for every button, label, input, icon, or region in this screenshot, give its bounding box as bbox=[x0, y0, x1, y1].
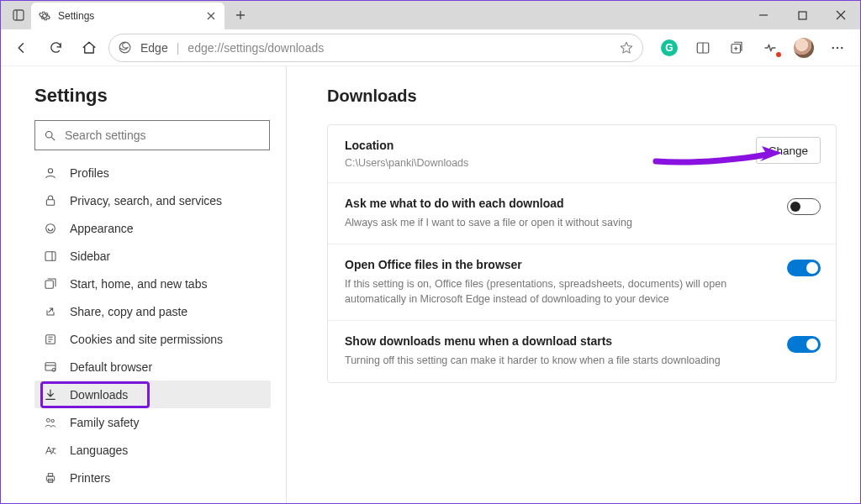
page-title: Downloads bbox=[327, 87, 837, 106]
family-icon bbox=[43, 415, 58, 430]
svg-point-23 bbox=[46, 418, 50, 422]
new-tab-button[interactable] bbox=[228, 3, 253, 28]
svg-point-13 bbox=[48, 168, 52, 172]
sidebar-item-appearance[interactable]: Appearance bbox=[34, 214, 271, 242]
refresh-button[interactable] bbox=[41, 34, 70, 62]
svg-line-12 bbox=[51, 137, 55, 140]
edge-logo-icon bbox=[118, 40, 132, 55]
svg-rect-14 bbox=[46, 199, 54, 205]
sidebar-item-label: Family safety bbox=[70, 416, 139, 429]
location-row: Location C:\Users\panki\Downloads Change bbox=[328, 125, 836, 183]
office-files-toggle[interactable] bbox=[787, 260, 821, 276]
language-icon bbox=[43, 443, 58, 458]
home-button[interactable] bbox=[75, 34, 103, 62]
browser-toolbar: Edge | edge://settings/downloads G bbox=[1, 29, 860, 66]
sidebar-item-label: Profiles bbox=[70, 166, 109, 180]
cookie-icon bbox=[43, 332, 58, 347]
address-engine-label: Edge bbox=[140, 41, 168, 55]
svg-point-9 bbox=[837, 46, 838, 48]
collections-icon[interactable] bbox=[721, 34, 753, 62]
tab-actions-icon[interactable] bbox=[6, 3, 31, 28]
profile-icon bbox=[43, 165, 58, 181]
window-close-button[interactable] bbox=[821, 1, 860, 29]
browser-tab-active[interactable]: Settings bbox=[31, 3, 224, 29]
sidebar-item-downloads[interactable]: Downloads bbox=[34, 381, 271, 408]
grammarly-extension-icon[interactable]: G bbox=[653, 34, 685, 62]
settings-search[interactable] bbox=[34, 120, 270, 150]
row-title: Open Office files in the browser bbox=[345, 258, 819, 271]
main-area: Settings Profiles Privacy, search, and s… bbox=[1, 66, 860, 503]
sidebar-item-start[interactable]: Start, home, and new tabs bbox=[34, 270, 271, 297]
sidebar-item-label: Cookies and site permissions bbox=[70, 333, 223, 346]
sidebar-item-profiles[interactable]: Profiles bbox=[34, 159, 271, 186]
row-title: Ask me what to do with each download bbox=[345, 197, 819, 210]
sidebar-item-label: Start, home, and new tabs bbox=[70, 277, 207, 291]
ask-download-toggle[interactable] bbox=[787, 198, 821, 215]
tabs-icon bbox=[43, 276, 58, 291]
search-icon bbox=[44, 129, 56, 142]
change-location-button[interactable]: Change bbox=[756, 137, 821, 164]
sidebar-item-languages[interactable]: Languages bbox=[34, 436, 271, 464]
window-titlebar: Settings bbox=[1, 1, 860, 29]
minimize-button[interactable] bbox=[744, 1, 783, 29]
lock-icon bbox=[43, 193, 58, 208]
sidebar-item-label: Downloads bbox=[70, 388, 128, 402]
sidebar-item-default-browser[interactable]: Default browser bbox=[34, 353, 271, 381]
location-path: C:\Users\panki\Downloads bbox=[345, 157, 819, 169]
browser-icon bbox=[43, 360, 58, 375]
ask-download-row: Ask me what to do with each download Alw… bbox=[328, 183, 836, 244]
split-screen-icon[interactable] bbox=[687, 34, 719, 62]
sidebar-item-cookies[interactable]: Cookies and site permissions bbox=[34, 325, 271, 353]
svg-rect-0 bbox=[13, 10, 24, 20]
address-bar[interactable]: Edge | edge://settings/downloads bbox=[108, 34, 643, 62]
browser-essentials-icon[interactable] bbox=[754, 34, 786, 62]
location-title: Location bbox=[345, 139, 819, 152]
address-url: edge://settings/downloads bbox=[188, 41, 610, 55]
close-icon[interactable] bbox=[204, 9, 218, 23]
sidebar-item-label: Share, copy and paste bbox=[70, 305, 188, 318]
sidebar-item-label: Languages bbox=[70, 444, 128, 457]
tab-strip: Settings bbox=[1, 1, 253, 29]
sidebar-heading: Settings bbox=[34, 85, 271, 107]
row-title: Show downloads menu when a download star… bbox=[345, 334, 819, 348]
svg-rect-20 bbox=[45, 362, 55, 370]
row-desc: Turning off this setting can make it har… bbox=[345, 353, 748, 368]
svg-point-24 bbox=[51, 419, 54, 422]
profile-avatar[interactable] bbox=[788, 34, 820, 62]
svg-rect-16 bbox=[45, 251, 55, 260]
search-input[interactable] bbox=[65, 129, 261, 142]
sidebar-icon bbox=[43, 249, 58, 264]
toolbar-right-icons: G bbox=[653, 34, 853, 62]
sidebar-item-privacy[interactable]: Privacy, search, and services bbox=[34, 186, 271, 214]
sidebar-item-label: Default browser bbox=[70, 360, 152, 374]
svg-point-15 bbox=[46, 223, 55, 233]
svg-rect-3 bbox=[799, 12, 806, 19]
favorite-star-icon[interactable] bbox=[619, 40, 634, 55]
more-menu-button[interactable] bbox=[821, 34, 853, 62]
sidebar-item-printers[interactable]: Printers bbox=[34, 464, 271, 491]
maximize-button[interactable] bbox=[783, 1, 821, 29]
sidebar-item-family[interactable]: Family safety bbox=[34, 408, 271, 436]
printer-icon bbox=[43, 470, 58, 486]
settings-content: Downloads Location C:\Users\panki\Downlo… bbox=[287, 66, 860, 503]
settings-sidebar: Settings Profiles Privacy, search, and s… bbox=[1, 66, 287, 503]
svg-point-10 bbox=[841, 46, 843, 48]
sidebar-item-share[interactable]: Share, copy and paste bbox=[34, 297, 271, 325]
gear-icon bbox=[38, 9, 51, 23]
show-menu-toggle[interactable] bbox=[787, 336, 821, 353]
svg-point-11 bbox=[46, 131, 53, 138]
tab-title: Settings bbox=[58, 10, 198, 22]
row-desc: If this setting is on, Office files (pre… bbox=[345, 276, 748, 307]
sidebar-item-sidebar[interactable]: Sidebar bbox=[34, 242, 271, 270]
address-separator: | bbox=[177, 41, 180, 55]
svg-rect-25 bbox=[46, 476, 54, 480]
avatar bbox=[794, 38, 814, 58]
download-icon bbox=[43, 387, 58, 402]
settings-nav: Profiles Privacy, search, and services A… bbox=[34, 159, 271, 491]
back-button[interactable] bbox=[8, 34, 36, 62]
downloads-card: Location C:\Users\panki\Downloads Change… bbox=[327, 124, 837, 383]
svg-point-8 bbox=[832, 46, 834, 48]
svg-rect-18 bbox=[45, 281, 53, 288]
sidebar-item-label: Sidebar bbox=[70, 249, 110, 263]
sidebar-item-label: Privacy, search, and services bbox=[70, 194, 222, 207]
